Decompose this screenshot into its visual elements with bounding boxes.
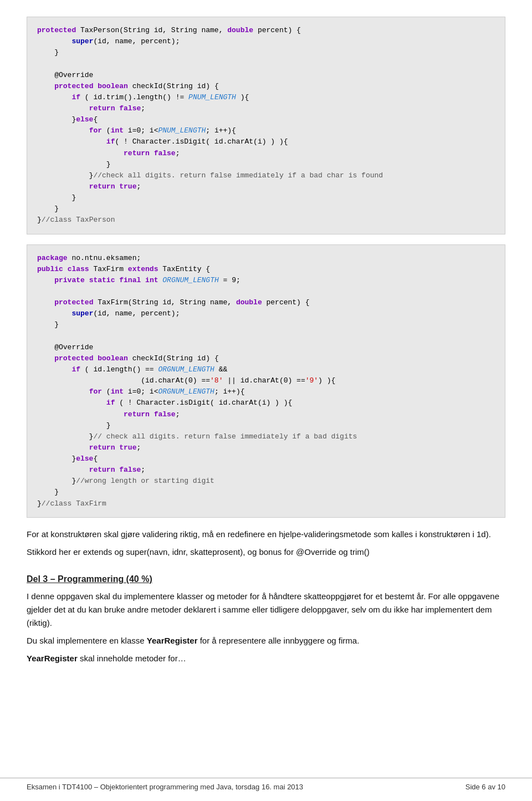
- prose-block-2: I denne oppgaven skal du implementere kl…: [27, 590, 505, 665]
- prose-para1: I denne oppgaven skal du implementere kl…: [27, 590, 505, 630]
- prose-block-1: For at konstruktøren skal gjøre valideri…: [27, 528, 505, 559]
- footer-right: Side 6 av 10: [466, 783, 505, 791]
- code-block-2: package no.ntnu.eksamen; public class Ta…: [27, 244, 505, 518]
- section-title: Del 3 – Programmering (40 %): [27, 574, 505, 584]
- prose-text-2: Stikkord her er extends og super(navn, i…: [27, 545, 505, 559]
- code-block-1: protected TaxPerson(String id, String na…: [27, 17, 505, 234]
- prose-para2: Du skal implementere en klasse YearRegis…: [27, 634, 505, 647]
- footer-left: Eksamen i TDT4100 – Objektorientert prog…: [27, 783, 303, 791]
- page-footer: Eksamen i TDT4100 – Objektorientert prog…: [0, 778, 532, 791]
- prose-text-1: For at konstruktøren skal gjøre valideri…: [27, 528, 505, 541]
- page-content: protected TaxPerson(String id, String na…: [0, 0, 532, 704]
- prose-para3: YearRegister skal inneholde metoder for…: [27, 652, 505, 665]
